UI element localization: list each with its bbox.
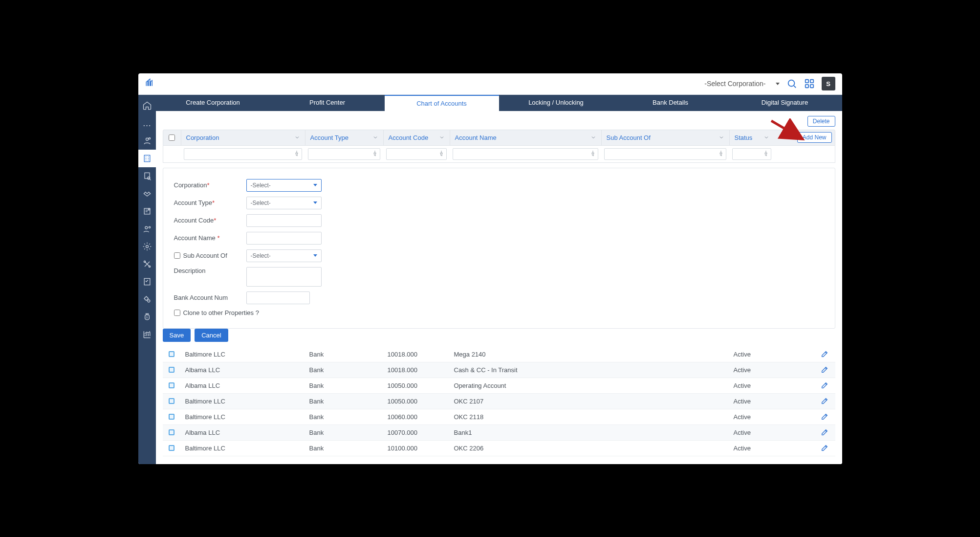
cell-status: Active: [729, 413, 774, 421]
tab-locking-unlocking[interactable]: Locking / Unlocking: [499, 95, 613, 111]
edit-icon[interactable]: [821, 413, 828, 421]
corporation-select[interactable]: -Select-: [246, 179, 322, 192]
sidebar-item-more[interactable]: …: [138, 114, 156, 132]
row-checkbox[interactable]: [169, 445, 174, 451]
cell-status: Active: [729, 429, 774, 436]
sidebar-item-corporation[interactable]: [138, 150, 156, 167]
sidebar-item-settings[interactable]: [138, 238, 156, 255]
filter-icon[interactable]: [371, 150, 378, 157]
account-code-input[interactable]: [246, 214, 322, 227]
tab-chart-of-accounts[interactable]: Chart of Accounts: [385, 95, 499, 111]
table-row: Baltimore LLC Bank 10060.000 OKC 2118 Ac…: [163, 409, 835, 425]
column-header-status[interactable]: Status: [729, 130, 774, 145]
chevron-down-icon: [372, 134, 378, 140]
sidebar-item-tools[interactable]: [138, 255, 156, 273]
column-header-sub-account-of[interactable]: Sub Account Of: [601, 130, 729, 145]
delete-button[interactable]: Delete: [807, 116, 835, 127]
bank-account-num-input[interactable]: [246, 291, 310, 304]
sub-account-of-select[interactable]: -Select-: [246, 249, 322, 262]
svg-text:$: $: [146, 315, 148, 318]
column-header-corporation[interactable]: Corporation: [181, 130, 305, 145]
topbar-right: -Select Corporation- S: [704, 77, 835, 90]
clone-checkbox[interactable]: [174, 310, 180, 316]
svg-rect-18: [144, 278, 150, 285]
sidebar-item-billing[interactable]: $: [138, 202, 156, 220]
edit-icon[interactable]: [821, 350, 828, 358]
corporation-selector-label: -Select Corporation-: [704, 80, 765, 88]
svg-point-6: [149, 137, 150, 139]
table-row: Albama LLC Bank 10070.000 Bank1 Active: [163, 425, 835, 441]
cancel-button[interactable]: Cancel: [195, 329, 228, 342]
edit-icon[interactable]: [821, 381, 828, 389]
sidebar-item-handshake[interactable]: [138, 185, 156, 202]
tab-bank-details[interactable]: Bank Details: [613, 95, 728, 111]
sub-account-of-checkbox[interactable]: [174, 252, 180, 259]
sidebar-item-support[interactable]: [138, 220, 156, 238]
select-all-checkbox[interactable]: [169, 134, 175, 141]
row-checkbox[interactable]: [169, 351, 174, 357]
account-type-select[interactable]: -Select-: [246, 197, 322, 209]
filter-icon[interactable]: [438, 150, 445, 157]
sidebar-item-config[interactable]: [138, 291, 156, 308]
column-header-account-type[interactable]: Account Type: [305, 130, 383, 145]
filter-account-type-input[interactable]: [308, 148, 380, 160]
description-textarea[interactable]: [246, 267, 322, 287]
add-new-button[interactable]: Add New: [797, 132, 832, 143]
cell-account-code: 10018.000: [383, 351, 449, 358]
edit-icon[interactable]: [821, 428, 828, 436]
logo-area: [145, 78, 705, 89]
topbar: -Select Corporation- S: [138, 73, 842, 95]
search-icon[interactable]: [786, 78, 797, 89]
row-checkbox-cell: [163, 429, 180, 435]
chart-icon: [142, 330, 152, 339]
cell-account-name: Mega 2140: [449, 351, 601, 358]
sidebar: … $ $: [138, 95, 156, 464]
cell-account-name: OKC 2118: [449, 413, 601, 421]
tab-digital-signature[interactable]: Digital Signature: [728, 95, 842, 111]
filter-sub-account-input[interactable]: [604, 148, 726, 160]
caret-down-icon: [313, 184, 317, 186]
svg-point-14: [149, 226, 150, 228]
sidebar-item-finance[interactable]: $: [138, 308, 156, 326]
table-row: Baltimore LLC Bank 10018.000 Mega 2140 A…: [163, 347, 835, 362]
edit-icon[interactable]: [821, 397, 828, 405]
svg-rect-2: [810, 80, 813, 83]
filter-icon[interactable]: [718, 150, 724, 157]
handshake-icon: [142, 189, 152, 199]
chevron-down-icon: [719, 134, 724, 140]
apps-grid-icon[interactable]: [804, 78, 815, 89]
sidebar-item-report[interactable]: [138, 273, 156, 291]
avatar[interactable]: S: [822, 77, 835, 90]
money-bag-icon: $: [142, 312, 152, 322]
grid-header-row: Corporation Account Type Account Code Ac…: [163, 130, 835, 146]
edit-icon[interactable]: [821, 366, 828, 374]
report-check-icon: [142, 277, 152, 287]
sidebar-item-home[interactable]: [138, 97, 156, 114]
filter-corporation-input[interactable]: [184, 148, 302, 160]
tab-create-corporation[interactable]: Create Corporation: [156, 95, 270, 111]
sidebar-item-user[interactable]: [138, 132, 156, 150]
row-checkbox[interactable]: [169, 414, 174, 420]
row-checkbox[interactable]: [169, 382, 174, 388]
row-checkbox[interactable]: [169, 367, 174, 373]
filter-icon[interactable]: [293, 150, 300, 157]
tab-profit-center[interactable]: Profit Center: [270, 95, 385, 111]
column-header-account-name[interactable]: Account Name: [450, 130, 601, 145]
tab-bar: Create Corporation Profit Center Chart o…: [156, 95, 842, 111]
corporation-label: Corporation*: [174, 181, 246, 189]
sidebar-item-analytics[interactable]: [138, 326, 156, 343]
corporation-selector[interactable]: -Select Corporation-: [704, 80, 779, 88]
row-checkbox[interactable]: [169, 398, 174, 404]
filter-icon[interactable]: [762, 150, 769, 157]
column-header-account-code[interactable]: Account Code: [383, 130, 450, 145]
filter-account-name-input[interactable]: [453, 148, 598, 160]
home-icon: [142, 101, 152, 111]
save-button[interactable]: Save: [163, 329, 191, 342]
cell-account-code: 10070.000: [383, 429, 449, 436]
account-name-input[interactable]: [246, 232, 322, 245]
filter-icon[interactable]: [589, 150, 596, 157]
building-icon: [142, 154, 152, 163]
row-checkbox[interactable]: [169, 429, 174, 435]
sidebar-item-search-doc[interactable]: [138, 167, 156, 185]
edit-icon[interactable]: [821, 444, 828, 452]
